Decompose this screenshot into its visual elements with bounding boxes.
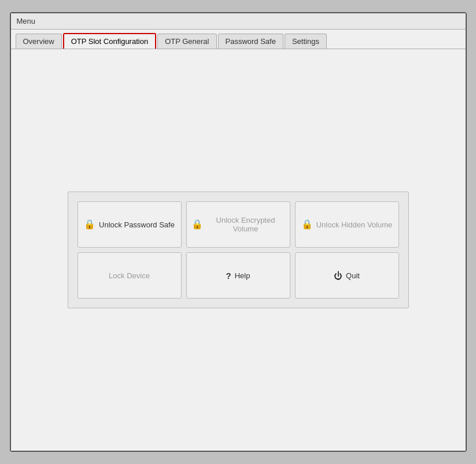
tab-password-safe[interactable]: Password Safe [218,34,283,49]
help-button[interactable]: ? Help [186,252,290,299]
lock-icon-2: 🔒 [191,220,203,229]
tab-overview[interactable]: Overview [16,34,62,49]
help-icon: ? [226,271,231,280]
unlock-password-safe-button[interactable]: 🔒 Unlock Password Safe [78,201,182,248]
lock-device-button[interactable]: Lock Device [78,252,182,299]
unlock-hidden-volume-label: Unlock Hidden Volume [316,220,393,229]
tab-otp-slot-configuration[interactable]: OTP Slot Configuration [63,33,156,49]
lock-icon: 🔒 [84,220,95,229]
main-window: Menu Overview OTP Slot Configuration OTP… [10,12,467,452]
power-icon: ⏻ [334,271,342,280]
help-label: Help [235,271,250,280]
tab-settings[interactable]: Settings [285,34,327,49]
title-bar: Menu [11,13,466,30]
lock-icon-3: 🔒 [301,220,313,229]
tab-otp-general[interactable]: OTP General [157,34,216,49]
window-title: Menu [17,17,36,25]
tab-bar: Overview OTP Slot Configuration OTP Gene… [11,30,466,49]
quit-label: Quit [346,271,360,280]
tab-content: 🔒 Unlock Password Safe 🔒 Unlock Encrypte… [11,49,466,451]
lock-device-label: Lock Device [109,271,150,280]
unlock-hidden-volume-button[interactable]: 🔒 Unlock Hidden Volume [295,201,399,248]
quit-button[interactable]: ⏻ Quit [295,252,399,299]
button-grid-container: 🔒 Unlock Password Safe 🔒 Unlock Encrypte… [68,192,409,308]
unlock-encrypted-volume-label: Unlock Encrypted Volume [206,216,285,233]
unlock-password-safe-label: Unlock Password Safe [99,220,175,229]
unlock-encrypted-volume-button[interactable]: 🔒 Unlock Encrypted Volume [186,201,290,248]
button-grid: 🔒 Unlock Password Safe 🔒 Unlock Encrypte… [78,201,399,299]
